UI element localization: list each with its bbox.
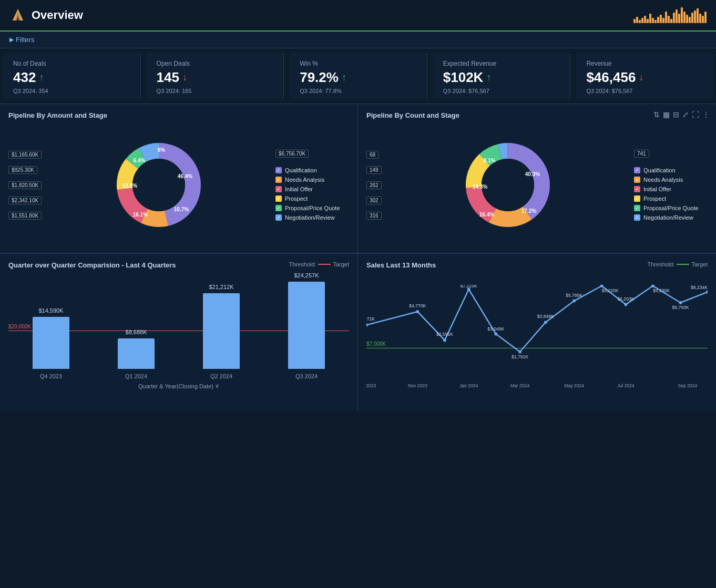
svg-text:May 2024: May 2024 [564,383,584,388]
svg-text:$8,234K: $8,234K [691,285,708,290]
label-prospect-count: 262 [366,181,382,189]
svg-text:$1,791K: $1,791K [512,354,528,359]
svg-text:$9,230K: $9,230K [653,288,670,293]
val-initial-offer-amount: $2,342.10K [8,197,42,204]
expand-icon[interactable]: ⤢ [682,110,689,119]
pipeline-count-panel: Pipeline By Count and Stage ⇅ ▦ ⊟ ⤢ ⛶ ⋮ … [358,104,716,253]
kpi-card-revenue: Revenue $46,456 ↓ Q3 2024: $76,567 [576,53,713,99]
val-negotiation-review-amount: $1,165.60K [8,151,42,159]
sort-icon[interactable]: ⇅ [653,110,660,119]
fullscreen-icon[interactable]: ⛶ [692,110,699,119]
logo-icon [9,7,26,24]
bar-xlabel-q3-2024: Q3 2024 [295,373,318,379]
label-proposal-amount: $925.30K [8,166,42,174]
qoq-panel: Quarter over Quarter Comparision - Last … [0,254,358,411]
bar-xlabel-q4-2023: Q4 2023 [40,373,62,379]
page-title: Overview [32,8,83,22]
bar-value-q4-2023: $14,590K [38,307,63,314]
svg-text:Jan 2024: Jan 2024 [459,383,478,388]
svg-text:$2,596K: $2,596K [436,332,453,337]
svg-text:$3,272K: $3,272K [366,316,375,322]
qoq-bar-chart: $20,000K $14,590K Q4 2023 $8,688K Q1 202… [8,285,349,400]
pipeline-count-controls[interactable]: ⇅ ▦ ⊟ ⤢ ⛶ ⋮ [653,110,710,119]
kpi-trend-down-revenue: ↓ [639,72,643,83]
count-swatch-needs-analysis: ✓ [634,177,640,183]
kpi-prev-deals: Q3 2024: 354 [13,88,130,94]
label-needs-analysis-amount: $1,551.80K [8,212,42,220]
kpi-value-open: 145 ↓ [157,69,273,86]
bottom-charts: Quarter over Quarter Comparision - Last … [0,254,716,411]
legend-label-proposal: Proposal/Price Quote [285,205,340,211]
bar-col-q3-2024: $24,257K Q3 2024 [288,282,325,379]
chevron-down-icon: ∨ [215,383,219,389]
kpi-label-deals: No of Deals [13,60,130,67]
bar-value-q2-2024: $21,212K [209,284,233,290]
pipeline-count-donut-area: 68 149 262 302 316 [366,125,708,245]
bar-chart-icon[interactable]: ▦ [663,110,670,119]
count-legend-prospect: ✓ Prospect [634,195,708,202]
svg-text:6.4%: 6.4% [133,158,145,163]
svg-point-37 [625,303,628,306]
count-label-initial-offer: Initial Offer [643,186,671,192]
svg-text:40.3%: 40.3% [525,171,540,177]
count-legend-qualification: ✓ Qualification [634,167,708,173]
kpi-value-revenue-exp: $102K ↑ [443,69,560,86]
svg-text:8.1%: 8.1% [483,158,495,163]
legend-label-prospect: Prospect [285,195,308,202]
val-qualification-amount: $6,756.70K [275,150,309,158]
val-qualification-count: 741 [634,150,649,158]
kpi-card-revenue-exp: Expected Revenue $102K ↑ Q3 2024: $76,56… [433,53,571,99]
legend-label-qualification: Qualification [285,167,317,173]
filters-bar: ▶ Filters [0,32,716,48]
bar-chart-inner-qoq: $14,590K Q4 2023 $8,688K Q1 2024 $21,212… [8,285,349,379]
legend-swatch-initial-offer: ✓ [275,186,282,192]
bar-xlabel-q2-2024: Q2 2024 [210,373,232,379]
more-icon[interactable]: ⋮ [702,110,710,119]
sales-13m-panel: Sales Last 13 Months Threshold: Target $… [358,254,716,411]
val-needs-analysis-count: 316 [366,212,382,220]
pipeline-amount-left-labels: $1,165.60K $925.30K $1,820.50K $2,342.10… [8,151,42,220]
count-legend-negotiation: ✓ Negotiation/Review [634,214,708,221]
count-label-proposal: Proposal/Price Quote [643,205,699,211]
val-prospect-amount: $1,820.50K [8,181,42,189]
kpi-label-win: Win % [300,60,416,67]
label-qualification-count: 741 [634,150,649,158]
svg-text:Nov 2023: Nov 2023 [408,383,427,388]
label-initial-offer-amount: $2,342.10K [8,197,42,204]
legend-swatch-needs-analysis: ✓ [275,177,282,183]
legend-swatch-prospect: ✓ [275,195,282,202]
label-negotiation-count: 68 [366,151,382,159]
pipeline-amount-donut-area: $1,165.60K $925.30K $1,820.50K $2,342.10… [8,125,349,245]
svg-text:16.4%: 16.4% [479,212,494,218]
val-proposal-amount: $925.30K [8,166,37,174]
svg-point-9 [132,159,185,211]
count-legend-proposal: ✓ Proposal/Price Quote [634,205,708,211]
svg-text:$9,220K: $9,220K [602,288,619,293]
bar-col-q2-2024: $21,212K Q2 2024 [203,293,240,379]
sales-line-svg: $3,272K $4,770K $2,596K $7,225K $3,049K … [366,285,708,390]
pipeline-amount-donut: 46.4% 10.7% 16.1% 12.5% 6.4% 8% [104,130,214,240]
bar-col-q1-2024: $8,688K Q1 2024 [118,338,155,379]
legend-swatch-qualification: ✓ [275,167,282,173]
table-icon[interactable]: ⊟ [673,110,679,119]
svg-text:Mar 2024: Mar 2024 [510,383,529,388]
svg-point-35 [572,300,576,303]
bar-value-q1-2024: $8,688K [126,329,147,335]
legend-swatch-proposal: ✓ [275,205,282,211]
svg-text:Sep 2024: Sep 2024 [678,383,697,388]
count-swatch-proposal: ✓ [634,205,640,211]
svg-text:10.7%: 10.7% [173,207,188,212]
svg-point-39 [679,301,682,304]
count-legend-needs-analysis: ✓ Needs Analysis [634,177,708,183]
pipeline-amount-panel: Pipeline By Amount and Stage $1,165.60K … [0,104,358,253]
svg-text:46.4%: 46.4% [177,173,192,179]
svg-text:$3,848K: $3,848K [537,314,554,319]
kpi-value-revenue: $46,456 ↓ [586,69,703,86]
svg-text:16.1%: 16.1% [132,212,147,218]
header-sparkline [633,7,707,23]
svg-text:Sep 2023: Sep 2023 [366,383,376,388]
count-label-negotiation: Negotiation/Review [643,214,693,221]
pipeline-count-legend: ✓ Qualification ✓ Needs Analysis ✓ Initi… [634,167,708,221]
kpi-card-open: Open Deals 145 ↓ Q3 2024: 165 [146,53,284,99]
filters-toggle[interactable]: ▶ Filters [9,36,34,44]
